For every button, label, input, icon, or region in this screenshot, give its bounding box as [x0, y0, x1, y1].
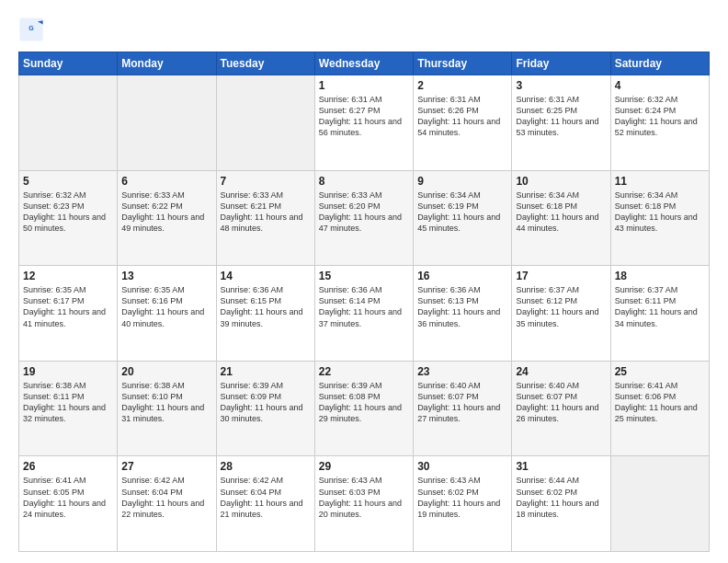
calendar-cell: 29Sunrise: 6:43 AMSunset: 6:03 PMDayligh… — [314, 456, 413, 552]
calendar-cell — [610, 456, 709, 552]
day-number: 13 — [121, 270, 211, 282]
day-number: 17 — [516, 270, 606, 282]
calendar-cell: 25Sunrise: 6:41 AMSunset: 6:06 PMDayligh… — [610, 361, 709, 456]
day-number: 14 — [221, 270, 311, 282]
weekday-header-wednesday: Wednesday — [314, 52, 413, 75]
day-number: 25 — [615, 365, 705, 378]
day-number: 8 — [319, 175, 409, 188]
calendar-cell: 4Sunrise: 6:32 AMSunset: 6:24 PMDaylight… — [610, 75, 709, 171]
calendar-cell: 21Sunrise: 6:39 AMSunset: 6:09 PMDayligh… — [216, 361, 314, 456]
logo: G — [18, 17, 48, 42]
day-number: 26 — [23, 460, 113, 473]
day-detail: Sunrise: 6:35 AMSunset: 6:16 PMDaylight:… — [121, 285, 204, 327]
day-detail: Sunrise: 6:33 AMSunset: 6:21 PMDaylight:… — [221, 190, 303, 233]
calendar-body: 1Sunrise: 6:31 AMSunset: 6:27 PMDaylight… — [19, 75, 710, 552]
day-number: 12 — [23, 270, 113, 282]
weekday-header-sunday: Sunday — [19, 52, 118, 75]
calendar-cell: 5Sunrise: 6:32 AMSunset: 6:23 PMDaylight… — [19, 170, 118, 266]
day-detail: Sunrise: 6:40 AMSunset: 6:07 PMDaylight:… — [516, 381, 598, 423]
day-number: 19 — [23, 365, 113, 378]
calendar-cell: 31Sunrise: 6:44 AMSunset: 6:02 PMDayligh… — [512, 456, 610, 552]
day-number: 24 — [516, 365, 606, 378]
day-detail: Sunrise: 6:33 AMSunset: 6:22 PMDaylight:… — [121, 190, 204, 233]
day-detail: Sunrise: 6:31 AMSunset: 6:25 PMDaylight:… — [516, 95, 598, 137]
weekday-header-thursday: Thursday — [414, 52, 512, 75]
day-detail: Sunrise: 6:44 AMSunset: 6:02 PMDaylight:… — [516, 476, 598, 518]
day-detail: Sunrise: 6:33 AMSunset: 6:20 PMDaylight:… — [319, 190, 402, 233]
calendar-cell: 13Sunrise: 6:35 AMSunset: 6:16 PMDayligh… — [118, 266, 216, 362]
day-number: 20 — [121, 365, 211, 378]
calendar-cell: 17Sunrise: 6:37 AMSunset: 6:12 PMDayligh… — [512, 266, 610, 362]
weekday-header-monday: Monday — [118, 52, 216, 75]
calendar-week-row: 12Sunrise: 6:35 AMSunset: 6:17 PMDayligh… — [19, 266, 710, 362]
day-detail: Sunrise: 6:36 AMSunset: 6:15 PMDaylight:… — [221, 285, 303, 327]
calendar-cell: 30Sunrise: 6:43 AMSunset: 6:02 PMDayligh… — [414, 456, 512, 552]
day-number: 22 — [319, 365, 409, 378]
calendar-cell: 1Sunrise: 6:31 AMSunset: 6:27 PMDaylight… — [314, 75, 413, 171]
day-detail: Sunrise: 6:38 AMSunset: 6:10 PMDaylight:… — [121, 381, 204, 423]
calendar-cell: 15Sunrise: 6:36 AMSunset: 6:14 PMDayligh… — [314, 266, 413, 362]
day-detail: Sunrise: 6:42 AMSunset: 6:04 PMDaylight:… — [221, 476, 303, 518]
day-number: 15 — [319, 270, 409, 282]
calendar-cell: 28Sunrise: 6:42 AMSunset: 6:04 PMDayligh… — [216, 456, 314, 552]
day-detail: Sunrise: 6:31 AMSunset: 6:27 PMDaylight:… — [319, 95, 402, 137]
calendar-cell: 27Sunrise: 6:42 AMSunset: 6:04 PMDayligh… — [118, 456, 216, 552]
calendar-cell: 8Sunrise: 6:33 AMSunset: 6:20 PMDaylight… — [314, 170, 413, 266]
day-detail: Sunrise: 6:43 AMSunset: 6:02 PMDaylight:… — [417, 476, 500, 518]
calendar-cell: 23Sunrise: 6:40 AMSunset: 6:07 PMDayligh… — [414, 361, 512, 456]
day-detail: Sunrise: 6:38 AMSunset: 6:11 PMDaylight:… — [23, 381, 106, 423]
day-detail: Sunrise: 6:39 AMSunset: 6:08 PMDaylight:… — [319, 381, 402, 423]
day-detail: Sunrise: 6:34 AMSunset: 6:18 PMDaylight:… — [615, 190, 698, 233]
day-number: 3 — [516, 79, 606, 92]
day-detail: Sunrise: 6:40 AMSunset: 6:07 PMDaylight:… — [417, 381, 500, 423]
calendar-week-row: 5Sunrise: 6:32 AMSunset: 6:23 PMDaylight… — [19, 170, 710, 266]
calendar-cell: 7Sunrise: 6:33 AMSunset: 6:21 PMDaylight… — [216, 170, 314, 266]
page: G SundayMondayTuesdayWednesdayThursdayFr… — [0, 0, 728, 563]
day-number: 18 — [615, 270, 705, 282]
calendar-week-row: 1Sunrise: 6:31 AMSunset: 6:27 PMDaylight… — [19, 75, 710, 171]
logo-icon: G — [18, 17, 44, 42]
day-detail: Sunrise: 6:32 AMSunset: 6:23 PMDaylight:… — [23, 190, 106, 233]
day-number: 21 — [221, 365, 311, 378]
day-number: 28 — [221, 460, 311, 473]
calendar-header-row: SundayMondayTuesdayWednesdayThursdayFrid… — [19, 52, 710, 75]
day-number: 11 — [615, 175, 705, 188]
day-detail: Sunrise: 6:42 AMSunset: 6:04 PMDaylight:… — [121, 476, 204, 518]
day-number: 7 — [221, 175, 311, 188]
calendar-cell: 14Sunrise: 6:36 AMSunset: 6:15 PMDayligh… — [216, 266, 314, 362]
day-detail: Sunrise: 6:36 AMSunset: 6:14 PMDaylight:… — [319, 285, 402, 327]
calendar-cell: 3Sunrise: 6:31 AMSunset: 6:25 PMDaylight… — [512, 75, 610, 171]
weekday-header-tuesday: Tuesday — [216, 52, 314, 75]
calendar-cell: 6Sunrise: 6:33 AMSunset: 6:22 PMDaylight… — [118, 170, 216, 266]
weekday-header-friday: Friday — [512, 52, 610, 75]
day-number: 10 — [516, 175, 606, 188]
day-detail: Sunrise: 6:32 AMSunset: 6:24 PMDaylight:… — [615, 95, 698, 137]
calendar-cell: 12Sunrise: 6:35 AMSunset: 6:17 PMDayligh… — [19, 266, 118, 362]
calendar-cell: 11Sunrise: 6:34 AMSunset: 6:18 PMDayligh… — [610, 170, 709, 266]
svg-text:G: G — [28, 25, 34, 31]
day-number: 29 — [319, 460, 409, 473]
day-detail: Sunrise: 6:31 AMSunset: 6:26 PMDaylight:… — [417, 95, 500, 137]
calendar-week-row: 26Sunrise: 6:41 AMSunset: 6:05 PMDayligh… — [19, 456, 710, 552]
calendar-cell — [118, 75, 216, 171]
day-detail: Sunrise: 6:34 AMSunset: 6:18 PMDaylight:… — [516, 190, 598, 233]
day-number: 27 — [121, 460, 211, 473]
day-number: 1 — [319, 79, 409, 92]
day-number: 23 — [417, 365, 507, 378]
calendar-cell: 9Sunrise: 6:34 AMSunset: 6:19 PMDaylight… — [414, 170, 512, 266]
calendar-cell: 19Sunrise: 6:38 AMSunset: 6:11 PMDayligh… — [19, 361, 118, 456]
day-number: 9 — [417, 175, 507, 188]
day-number: 16 — [417, 270, 507, 282]
day-detail: Sunrise: 6:43 AMSunset: 6:03 PMDaylight:… — [319, 476, 402, 518]
day-number: 4 — [615, 79, 705, 92]
weekday-header-saturday: Saturday — [610, 52, 709, 75]
calendar-cell: 10Sunrise: 6:34 AMSunset: 6:18 PMDayligh… — [512, 170, 610, 266]
day-detail: Sunrise: 6:36 AMSunset: 6:13 PMDaylight:… — [417, 285, 500, 327]
day-detail: Sunrise: 6:41 AMSunset: 6:05 PMDaylight:… — [23, 476, 106, 518]
calendar-cell — [216, 75, 314, 171]
calendar-cell: 16Sunrise: 6:36 AMSunset: 6:13 PMDayligh… — [414, 266, 512, 362]
header: G — [18, 17, 710, 42]
day-detail: Sunrise: 6:34 AMSunset: 6:19 PMDaylight:… — [417, 190, 500, 233]
day-detail: Sunrise: 6:37 AMSunset: 6:12 PMDaylight:… — [516, 285, 598, 327]
day-number: 30 — [417, 460, 507, 473]
